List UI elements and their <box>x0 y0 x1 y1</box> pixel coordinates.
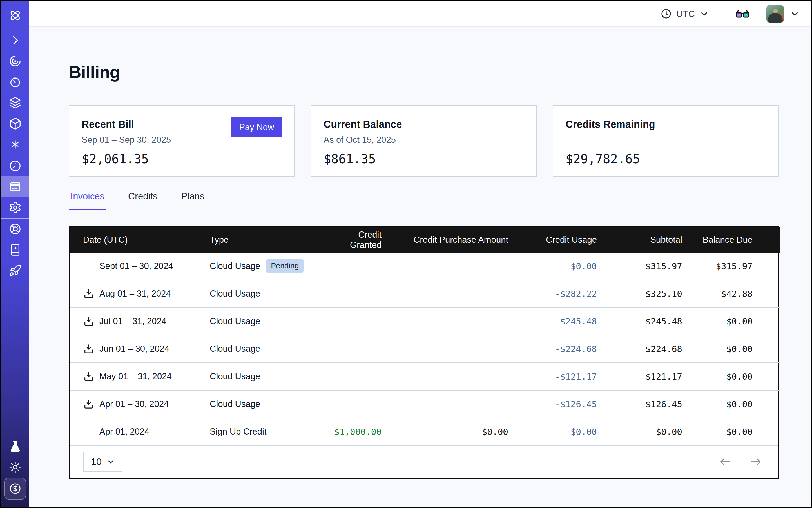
invoice-type: Cloud Usage <box>210 344 260 354</box>
pagination-arrows <box>719 455 762 468</box>
invoice-date: Jun 01 – 30, 2024 <box>99 344 169 354</box>
table-header-row: Date (UTC)TypeCredit GrantedCredit Purch… <box>70 227 780 253</box>
page-size-select[interactable]: 10 <box>83 452 123 472</box>
page-size-value: 10 <box>91 456 102 467</box>
app-window: UTC Billing Recent Bill <box>0 0 812 508</box>
sidebar-expand-chevron-right-icon[interactable] <box>1 30 29 51</box>
credit-purchase-value: $0.00 <box>393 418 520 445</box>
next-page-arrow-right-icon[interactable] <box>749 455 762 468</box>
tabs: InvoicesCreditsPlans <box>69 191 779 210</box>
sidebar-item-book-sparkle-icon[interactable] <box>1 239 29 260</box>
download-invoice-icon[interactable] <box>83 288 94 299</box>
invoice-type: Cloud Usage <box>210 399 260 409</box>
invoice-type: Cloud Usage <box>210 316 260 326</box>
column-header: Credit Purchase Amount <box>393 227 520 253</box>
balance-due-value: $42.88 <box>694 280 780 307</box>
avatar[interactable] <box>766 5 784 23</box>
invoice-type: Cloud Usage <box>210 261 260 271</box>
credit-purchase-value <box>393 390 520 418</box>
download-invoice-icon[interactable] <box>83 371 94 382</box>
column-header: Subtotal <box>609 227 694 253</box>
credits-remaining-card: Credits Remaining $29,782.65 <box>553 105 779 177</box>
chevron-down-icon <box>699 9 709 18</box>
invoice-date: Jul 01 – 31, 2024 <box>99 316 166 326</box>
invoice-type: Cloud Usage <box>210 372 260 382</box>
sidebar-item-sun-icon[interactable] <box>1 457 29 477</box>
invoice-date: May 01 – 31, 2024 <box>99 372 172 382</box>
credit-purchase-value <box>393 253 520 280</box>
sidebar-item-dollar-badge-icon[interactable] <box>4 477 26 500</box>
credits-remaining-amount: $29,782.65 <box>566 152 640 166</box>
sidebar <box>1 1 29 507</box>
credit-usage-value: -$126.45 <box>520 390 609 418</box>
sidebar-item-flask-icon[interactable] <box>1 436 29 457</box>
sidebar-spacer <box>1 281 29 436</box>
invoice-type: Sign Up Credit <box>210 427 267 437</box>
tab-plans[interactable]: Plans <box>180 191 206 210</box>
main-area: UTC Billing Recent Bill <box>29 1 811 507</box>
app-logo-icon[interactable] <box>1 1 29 30</box>
balance-as-of: As of Oct 15, 2025 <box>324 135 524 145</box>
timezone-label: UTC <box>676 9 695 19</box>
download-invoice-icon[interactable] <box>83 398 94 410</box>
invoice-type: Cloud Usage <box>210 289 260 299</box>
sidebar-item-iris-icon[interactable] <box>1 51 29 72</box>
sidebar-item-rocket-icon[interactable] <box>1 260 29 281</box>
download-invoice-icon[interactable] <box>83 316 94 327</box>
sidebar-item-layers-icon[interactable] <box>1 92 29 113</box>
credit-usage-value: -$245.48 <box>520 307 609 335</box>
page-title: Billing <box>69 62 779 82</box>
invoice-date: Sept 01 – 30, 2024 <box>99 261 173 271</box>
credit-purchase-value <box>393 335 520 363</box>
glasses-icon[interactable] <box>734 8 751 20</box>
credit-usage-value: $0.00 <box>520 418 609 445</box>
card-title: Credits Remaining <box>566 119 766 130</box>
balance-due-value: $0.00 <box>694 418 780 445</box>
sidebar-item-gauge-icon[interactable] <box>1 156 29 176</box>
user-menu-chevron-down-icon[interactable] <box>790 9 800 18</box>
current-balance-amount: $861.35 <box>324 152 376 166</box>
summary-cards: Recent Bill Sep 01 – Sep 30, 2025 $2,061… <box>69 105 779 177</box>
current-balance-card: Current Balance As of Oct 15, 2025 $861.… <box>310 105 537 177</box>
sidebar-item-lifebuoy-icon[interactable] <box>1 218 29 239</box>
invoices-table: Date (UTC)TypeCredit GrantedCredit Purch… <box>69 226 779 479</box>
table-row: Apr 01 – 30, 2024 Cloud Usage -$126.45 $… <box>70 390 780 418</box>
sidebar-item-box-icon[interactable] <box>1 113 29 134</box>
credit-granted-value: $1,000.00 <box>329 418 393 445</box>
column-header: Balance Due <box>694 227 780 253</box>
previous-page-arrow-left-icon[interactable] <box>719 455 732 468</box>
sidebar-item-gear-icon[interactable] <box>1 197 29 218</box>
column-header: Date (UTC) <box>70 227 202 253</box>
timezone-selector[interactable]: UTC <box>660 8 709 19</box>
credit-granted-value <box>329 280 393 307</box>
credit-usage-value: -$121.17 <box>520 363 609 390</box>
clock-icon <box>660 8 672 19</box>
column-header: Credit Granted <box>329 227 393 253</box>
subtotal-value: $325.10 <box>609 280 694 307</box>
download-invoice-icon[interactable] <box>83 343 94 354</box>
credit-granted-value <box>329 253 393 280</box>
credit-granted-value <box>329 307 393 335</box>
sidebar-item-billing-icon[interactable] <box>1 176 29 197</box>
table-row: Sept 01 – 30, 2024 Cloud Usage Pending $… <box>70 253 780 280</box>
balance-due-value: $315.97 <box>694 253 780 280</box>
subtotal-value: $0.00 <box>609 418 694 445</box>
tab-invoices[interactable]: Invoices <box>69 191 106 210</box>
credit-usage-value: -$282.22 <box>520 280 609 307</box>
table-row: May 01 – 31, 2024 Cloud Usage -$121.17 $… <box>70 363 780 390</box>
pay-now-button[interactable]: Pay Now <box>230 118 283 137</box>
sidebar-item-asterisk-icon[interactable] <box>1 134 29 155</box>
invoice-date: Apr 01, 2024 <box>99 427 149 437</box>
credit-granted-value <box>329 390 393 418</box>
tab-credits[interactable]: Credits <box>126 191 159 210</box>
credit-granted-value <box>329 363 393 390</box>
credit-usage-value: -$224.68 <box>520 335 609 363</box>
credit-usage-value: $0.00 <box>520 253 609 280</box>
card-title: Current Balance <box>324 119 524 130</box>
chevron-down-icon <box>107 458 115 466</box>
balance-due-value: $0.00 <box>694 335 780 363</box>
table-row: Jul 01 – 31, 2024 Cloud Usage -$245.48 $… <box>70 307 780 335</box>
balance-due-value: $0.00 <box>694 307 780 335</box>
sidebar-item-timer-icon[interactable] <box>1 72 29 92</box>
topbar: UTC <box>29 1 811 27</box>
